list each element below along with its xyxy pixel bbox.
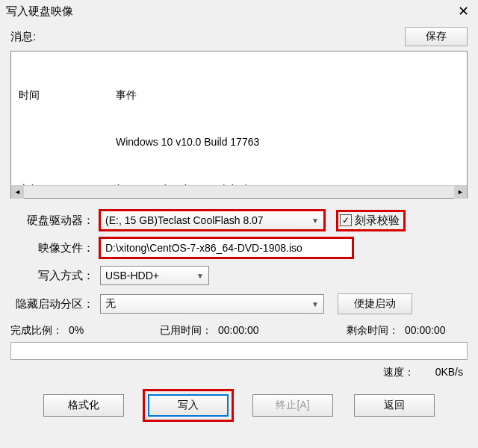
hide-label: 隐藏启动分区：	[10, 297, 100, 311]
mode-combo[interactable]: USB-HDD+ ▼	[100, 266, 209, 285]
message-label: 消息:	[10, 30, 36, 44]
scroll-left-icon[interactable]: ◄	[11, 186, 24, 199]
chevron-down-icon: ▼	[311, 217, 319, 225]
window-title: 写入硬盘映像	[6, 4, 73, 19]
speed-value: 0KB/s	[435, 366, 463, 379]
mode-value: USB-HDD+	[105, 270, 159, 281]
quick-boot-button[interactable]: 便捷启动	[338, 293, 412, 314]
hide-value: 无	[105, 297, 116, 311]
chevron-down-icon: ▼	[311, 300, 319, 308]
image-input[interactable]: D:\xitong\CentOS-7-x86_64-DVD-1908.iso	[100, 238, 353, 258]
abort-button: 终止[A]	[252, 394, 333, 417]
done-label: 完成比例：	[10, 324, 63, 337]
mode-label: 写入方式：	[10, 269, 100, 283]
write-button[interactable]: 写入	[148, 394, 229, 417]
drive-combo[interactable]: (E:, 15 GB)Teclast CoolFlash 8.07 ▼	[100, 211, 324, 230]
save-button[interactable]: 保存	[405, 27, 468, 46]
hide-combo[interactable]: 无 ▼	[100, 294, 324, 314]
log-event: Windows 10 v10.0 Build 17763	[116, 134, 259, 150]
log-time	[19, 134, 116, 150]
progress-bar	[10, 342, 468, 360]
horizontal-scrollbar[interactable]: ◄ ►	[11, 185, 467, 198]
drive-label: 硬盘驱动器：	[10, 214, 100, 228]
remain-label: 剩余时间：	[347, 324, 399, 337]
log-time-header: 时间	[19, 87, 116, 103]
verify-label: 刻录校验	[355, 214, 400, 228]
verify-checkbox[interactable]: ✓ 刻录校验	[338, 211, 404, 230]
done-value: 0%	[69, 324, 84, 337]
image-value: D:\xitong\CentOS-7-x86_64-DVD-1908.iso	[105, 242, 302, 254]
image-label: 映像文件：	[10, 241, 100, 255]
back-button[interactable]: 返回	[354, 394, 435, 417]
remain-value: 00:00:00	[405, 324, 446, 337]
close-icon[interactable]: ✕	[455, 3, 472, 19]
log-area: 时间 事件 Windows 10 v10.0 Build 17763 上午 10…	[10, 51, 468, 199]
format-button[interactable]: 格式化	[43, 394, 124, 417]
checkbox-check-icon: ✓	[340, 214, 352, 226]
scroll-right-icon[interactable]: ►	[454, 186, 467, 199]
chevron-down-icon: ▼	[196, 272, 204, 280]
drive-value: (E:, 15 GB)Teclast CoolFlash 8.07	[105, 214, 264, 226]
log-event-header: 事件	[116, 87, 137, 103]
speed-label: 速度：	[383, 366, 415, 379]
elapsed-label: 已用时间：	[160, 324, 212, 337]
elapsed-value: 00:00:00	[218, 324, 259, 337]
